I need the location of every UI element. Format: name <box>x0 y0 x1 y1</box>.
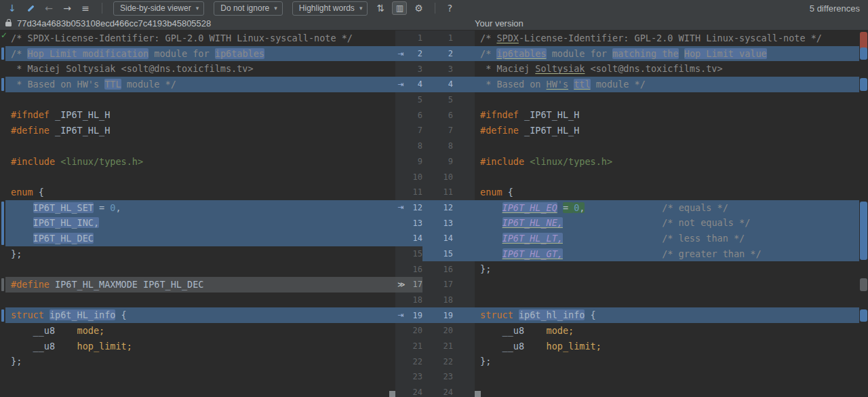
code-token: * Maciej Soltysiak <solt@dns.toxicfilms.… <box>11 63 254 74</box>
code-line-left[interactable] <box>5 261 395 277</box>
code-line-left[interactable]: IP6T_HL_DEC <box>5 231 395 246</box>
change-stripe-mark <box>1 278 4 291</box>
gutter-row: ⇥22 <box>395 46 475 62</box>
code-line-left[interactable]: #define _IP6T_HL_H <box>5 123 395 138</box>
error-stripe-change-mark[interactable] <box>860 78 867 91</box>
right-line-number: 23 <box>439 372 453 381</box>
error-stripe-change-mark[interactable] <box>860 48 867 60</box>
code-token: , <box>115 202 121 213</box>
code-line-left[interactable]: }; <box>5 246 395 262</box>
code-line-right[interactable] <box>475 277 868 292</box>
help-icon[interactable]: ? <box>441 1 458 15</box>
code-token: #define <box>480 125 519 136</box>
code-line-left[interactable]: IP6T_HL_INC, <box>5 215 395 231</box>
ignore-policy-select[interactable]: Do not ignore ▾ <box>214 1 283 16</box>
code-line-left[interactable]: struct ip6t_HL_info { <box>5 307 395 323</box>
code-line-right[interactable]: #ifndef _IP6T_HL_H <box>475 107 868 123</box>
apply-all-down-arrow-icon[interactable]: ↓ <box>4 1 20 15</box>
menu-icon[interactable]: ≡ <box>77 1 94 15</box>
code-token: _IP6T_HL_H <box>519 109 579 120</box>
code-line-left[interactable]: }; <box>5 354 395 369</box>
code-line-left[interactable]: enum { <box>5 185 395 200</box>
code-token: ip6t_HL_info <box>50 309 116 320</box>
sync-scroll-icon[interactable]: ⇅ <box>372 1 389 15</box>
code-token: /* less than */ <box>662 233 745 244</box>
next-change-icon[interactable]: → <box>59 1 75 15</box>
left-line-number: 6 <box>409 111 422 120</box>
previous-change-icon[interactable]: ← <box>41 1 57 15</box>
code-line-left[interactable]: /* Hop Limit modification module for ip6… <box>5 46 395 62</box>
apply-change-icon[interactable]: ⇥ <box>395 311 409 320</box>
code-line-right[interactable]: * Based on HW's ttl module */ <box>475 77 868 92</box>
code-line-left[interactable]: #include <linux/types.h> <box>5 154 395 170</box>
code-line-right[interactable] <box>475 385 868 397</box>
code-line-right[interactable]: IP6T_HL_LT, /* less than */ <box>475 231 868 246</box>
error-stripe-scrollbar[interactable] <box>859 31 868 397</box>
code-line-right[interactable] <box>475 138 868 154</box>
gutter-row: 1616 <box>395 261 475 277</box>
h-scrollbar-thumb[interactable] <box>475 391 481 397</box>
left-editor-pane: ✓ /* SPDX-License-Identifier: GPL-2.0 WI… <box>0 31 395 397</box>
h-scrollbar-thumb[interactable] <box>389 391 395 397</box>
highlight-mode-select[interactable]: Highlight words ▾ <box>292 1 368 16</box>
code-line-right[interactable]: enum { <box>475 185 868 200</box>
code-line-right[interactable]: * Maciej Soltysiak <solt@dns.toxicfilms.… <box>475 61 868 77</box>
code-line-right[interactable]: #define _IP6T_HL_H <box>475 123 868 138</box>
error-stripe-red-mark[interactable] <box>860 32 867 50</box>
gutter-row: ⇥1212 <box>395 200 475 216</box>
code-line-right[interactable] <box>475 369 868 385</box>
code-line-right[interactable] <box>475 92 868 108</box>
code-line-right[interactable]: #include <linux/types.h> <box>475 154 868 170</box>
code-line-left[interactable]: #ifndef _IP6T_HL_H <box>5 107 395 123</box>
code-line-right[interactable] <box>475 169 868 185</box>
toolbar-separator <box>102 3 102 14</box>
code-token <box>513 309 519 320</box>
code-line-left[interactable] <box>5 369 395 385</box>
code-line-left[interactable]: #define IP6T_HL_MAXMODE IP6T_HL_DEC <box>5 277 395 292</box>
code-line-right[interactable] <box>475 292 868 308</box>
right-line-number: 20 <box>439 326 453 335</box>
apply-change-icon[interactable]: ⇥ <box>395 50 409 58</box>
right-line-number: 22 <box>439 357 453 366</box>
apply-change-icon[interactable]: ≫ <box>395 280 409 289</box>
code-line-right[interactable]: __u8 mode; <box>475 323 868 339</box>
code-line-right[interactable]: /* ip6tables module for matching the Hop… <box>475 46 868 62</box>
edit-pencil-icon[interactable] <box>22 1 39 15</box>
code-line-right[interactable]: IP6T_HL_GT, /* greater than */ <box>475 246 868 262</box>
code-line-left[interactable] <box>5 385 395 397</box>
code-line-right[interactable]: }; <box>475 261 868 277</box>
code-line-left[interactable] <box>5 292 395 308</box>
align-changes-icon[interactable]: ▥ <box>392 1 407 15</box>
settings-gear-icon[interactable]: ⚙ <box>410 1 427 15</box>
code-line-right[interactable]: struct ip6t_hl_info { <box>475 307 868 323</box>
code-line-left[interactable] <box>5 92 395 108</box>
apply-change-icon[interactable]: ⇥ <box>395 80 409 89</box>
code-line-left[interactable]: * Maciej Soltysiak <solt@dns.toxicfilms.… <box>5 61 395 77</box>
code-token: hop_limit; <box>547 341 601 352</box>
code-token: * Maciej <box>480 63 535 74</box>
code-token: }; <box>480 263 491 274</box>
code-line-left[interactable]: IP6T_HL_SET = 0, <box>5 200 395 216</box>
code-line-left[interactable]: /* SPDX-License-Identifier: GPL-2.0 WITH… <box>5 31 395 46</box>
code-line-left[interactable]: __u8 mode; <box>5 323 395 339</box>
error-stripe-change-mark[interactable] <box>860 278 867 291</box>
code-line-right[interactable]: IP6T_HL_EQ = 0, /* equals */ <box>475 200 868 216</box>
error-stripe-change-mark[interactable] <box>860 202 867 261</box>
right-line-number: 4 <box>439 79 453 89</box>
code-token: }; <box>11 248 22 259</box>
apply-change-icon[interactable]: ⇥ <box>395 203 409 212</box>
code-line-right[interactable]: __u8 hop_limit; <box>475 339 868 354</box>
code-line-left[interactable]: * Based on HW's TTL module */ <box>5 77 395 92</box>
left-line-number: 7 <box>409 126 422 135</box>
code-line-left[interactable] <box>5 138 395 154</box>
code-token <box>480 233 502 244</box>
code-line-left[interactable]: __u8 hop_limit; <box>5 339 395 354</box>
code-line-right[interactable]: /* SPDX-License-Identifier: GPL-2.0 WITH… <box>475 31 868 46</box>
code-line-right[interactable]: IP6T_HL_NE, /* not equals */ <box>475 215 868 231</box>
code-line-left[interactable] <box>5 169 395 185</box>
error-stripe-change-mark[interactable] <box>860 309 867 322</box>
gutter-row: 1818 <box>395 292 475 308</box>
left-line-number: 16 <box>409 265 422 274</box>
viewer-mode-select[interactable]: Side-by-side viewer ▾ <box>113 1 204 16</box>
code-line-right[interactable]: }; <box>475 354 868 369</box>
